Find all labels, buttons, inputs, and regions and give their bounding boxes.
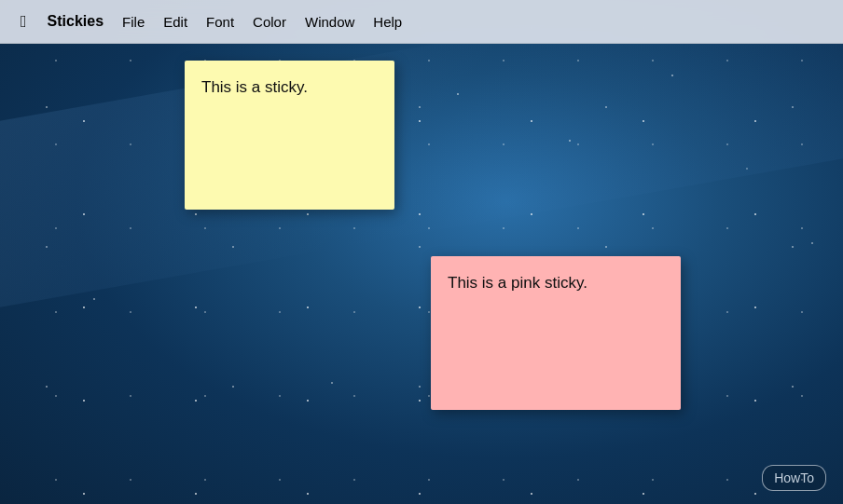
menubar-item-font[interactable]: Font: [197, 10, 243, 34]
sticky-pink[interactable]: This is a pink sticky.: [431, 256, 681, 410]
apple-menu[interactable]: : [9, 8, 38, 35]
menubar-item-file[interactable]: File: [113, 10, 154, 34]
menubar-item-edit[interactable]: Edit: [154, 10, 197, 34]
menubar-item-color[interactable]: Color: [243, 10, 296, 34]
sticky-yellow[interactable]: This is a sticky.: [185, 61, 394, 210]
desktop: [0, 0, 843, 504]
menubar:  Stickies File Edit Font Color Window H…: [0, 0, 843, 44]
menubar-item-stickies[interactable]: Stickies: [38, 9, 113, 34]
sticky-pink-text: This is a pink sticky.: [448, 274, 587, 292]
menubar-item-help[interactable]: Help: [364, 10, 411, 34]
howto-label: HowTo: [774, 470, 814, 485]
menubar-item-window[interactable]: Window: [296, 10, 364, 34]
sticky-yellow-text: This is a sticky.: [201, 78, 308, 96]
howto-badge[interactable]: HowTo: [762, 465, 826, 491]
